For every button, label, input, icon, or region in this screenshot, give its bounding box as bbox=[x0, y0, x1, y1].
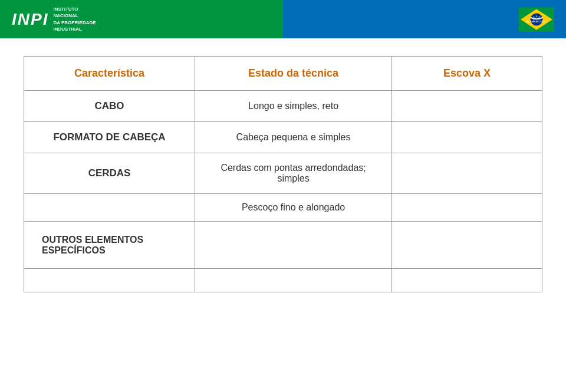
cell-empty-1 bbox=[24, 269, 195, 292]
cell-caracteristica-outros: OUTROS ELEMENTOS ESPECÍFICOS bbox=[24, 222, 195, 269]
cell-estado-pescoco: Pescoço fino e alongado bbox=[195, 194, 392, 222]
main-content: Característica Estado da técnica Escova … bbox=[0, 38, 566, 304]
cell-escova-cerdas bbox=[392, 153, 542, 194]
cell-escova-cabo bbox=[392, 91, 542, 122]
cell-caracteristica-formato: FORMATO DE CABEÇA bbox=[24, 122, 195, 153]
cell-estado-cabo: Longo e simples, reto bbox=[195, 91, 392, 122]
table-row: Pescoço fino e alongado bbox=[24, 194, 542, 222]
brasil-logo-section: UM PAÍS DE TODOS bbox=[519, 7, 554, 32]
cell-estado-outros bbox=[195, 222, 392, 269]
page-header: INPI INSTITUTO NACIONAL DA PROPRIEDADE I… bbox=[0, 0, 566, 38]
cell-estado-cerdas: Cerdas com pontas arredondadas; simples bbox=[195, 153, 392, 194]
table-row: CERDAS Cerdas com pontas arredondadas; s… bbox=[24, 153, 542, 194]
cell-escova-formato bbox=[392, 122, 542, 153]
header-estado: Estado da técnica bbox=[195, 57, 392, 91]
brasil-flag-icon: UM PAÍS DE TODOS bbox=[519, 7, 554, 32]
cell-estado-formato: Cabeça pequena e simples bbox=[195, 122, 392, 153]
inpi-subtitle: INSTITUTO NACIONAL DA PROPRIEDADE INDUST… bbox=[53, 6, 96, 32]
inpi-logo-section: INPI INSTITUTO NACIONAL DA PROPRIEDADE I… bbox=[12, 6, 96, 32]
svg-point-6 bbox=[535, 18, 536, 19]
cell-escova-pescoco bbox=[392, 194, 542, 222]
cell-caracteristica-pescoco bbox=[24, 194, 195, 222]
header-escova: Escova X bbox=[392, 57, 542, 91]
table-row: CABO Longo e simples, reto bbox=[24, 91, 542, 122]
cell-caracteristica-cerdas: CERDAS bbox=[24, 153, 195, 194]
svg-point-7 bbox=[537, 18, 538, 19]
svg-point-5 bbox=[539, 16, 540, 17]
table-row bbox=[24, 269, 542, 292]
table-row: FORMATO DE CABEÇA Cabeça pequena e simpl… bbox=[24, 122, 542, 153]
svg-text:UM PAÍS DE TODOS: UM PAÍS DE TODOS bbox=[526, 19, 547, 22]
inpi-text: INPI bbox=[12, 10, 48, 29]
svg-point-3 bbox=[534, 16, 535, 17]
cell-caracteristica-cabo: CABO bbox=[24, 91, 195, 122]
cell-empty-3 bbox=[392, 269, 542, 292]
inpi-logo: INPI INSTITUTO NACIONAL DA PROPRIEDADE I… bbox=[12, 6, 96, 32]
table-header-row: Característica Estado da técnica Escova … bbox=[24, 57, 542, 91]
table-row: OUTROS ELEMENTOS ESPECÍFICOS bbox=[24, 222, 542, 269]
cell-empty-2 bbox=[195, 269, 392, 292]
svg-point-4 bbox=[536, 15, 537, 17]
header-caracteristica: Característica bbox=[24, 57, 195, 91]
cell-escova-outros bbox=[392, 222, 542, 269]
comparison-table: Característica Estado da técnica Escova … bbox=[24, 56, 542, 292]
